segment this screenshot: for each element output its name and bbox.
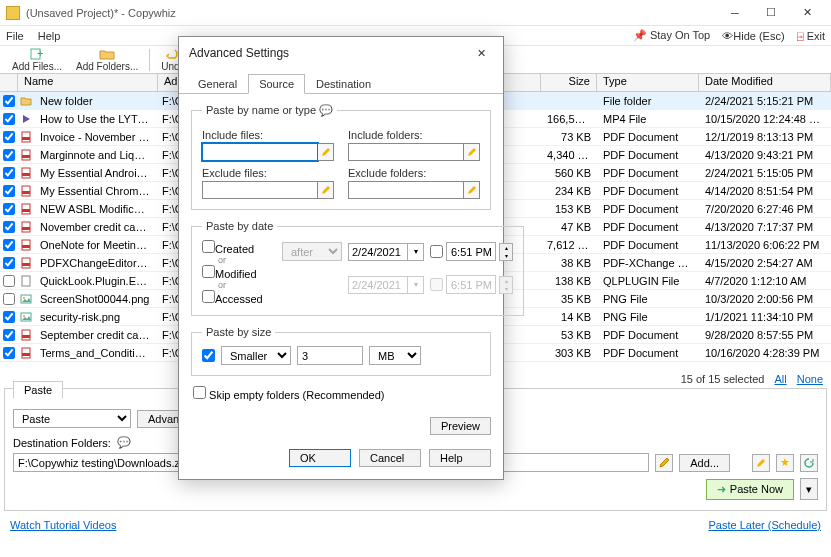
row-checkbox[interactable] (3, 113, 15, 125)
tutorial-link[interactable]: Watch Tutorial Videos (10, 519, 116, 531)
dialog-close-button[interactable]: ✕ (469, 43, 493, 63)
star-icon-button[interactable]: ★ (776, 454, 794, 472)
row-checkbox[interactable] (3, 293, 15, 305)
minimize-button[interactable]: ─ (717, 1, 753, 25)
header-type[interactable]: Type (597, 74, 699, 91)
time1-checkbox[interactable] (430, 245, 443, 258)
menu-help[interactable]: Help (38, 30, 61, 42)
tab-source[interactable]: Source (248, 74, 305, 94)
file-type: PDF Document (597, 221, 699, 233)
time1-input[interactable] (446, 242, 496, 261)
size-value-input[interactable] (297, 346, 363, 365)
schedule-link[interactable]: Paste Later (Schedule) (708, 519, 821, 531)
calendar-dropdown-icon[interactable]: ▾ (408, 276, 424, 294)
skip-empty-row[interactable]: Skip empty folders (Recommended) (193, 389, 385, 401)
eye-icon: 👁 (722, 30, 733, 42)
exclude-folders-input[interactable] (348, 181, 464, 199)
refresh-icon-button[interactable] (800, 454, 818, 472)
row-checkbox[interactable] (3, 221, 15, 233)
add-destination-button[interactable]: Add... (679, 454, 730, 472)
exclude-files-input[interactable] (202, 181, 318, 199)
file-size: 560 KB (541, 167, 597, 179)
include-folders-input[interactable] (348, 143, 464, 161)
exit-button[interactable]: ⍈ Exit (797, 30, 825, 42)
ok-button[interactable]: OK (289, 449, 351, 467)
edit-icon-button[interactable] (752, 454, 770, 472)
skip-empty-checkbox[interactable] (193, 386, 206, 399)
time2-checkbox[interactable] (430, 278, 443, 291)
accessed-checkbox[interactable] (202, 290, 215, 303)
row-checkbox[interactable] (3, 257, 15, 269)
add-files-button[interactable]: + Add Files... (6, 47, 68, 73)
header-date[interactable]: Date Modified (699, 74, 831, 91)
svg-text:+: + (37, 48, 43, 59)
tab-general[interactable]: General (187, 74, 248, 94)
header-size[interactable]: Size (541, 74, 597, 91)
file-type-icon (18, 94, 34, 108)
row-checkbox[interactable] (3, 167, 15, 179)
stay-on-top-button[interactable]: 📌 Stay On Top (633, 29, 710, 42)
file-size: 4,340 KB (541, 149, 597, 161)
help-button[interactable]: Help (429, 449, 491, 467)
pencil-icon[interactable] (318, 143, 334, 161)
header-check[interactable] (0, 74, 18, 91)
file-date: 4/7/2020 1:12:10 AM (699, 275, 831, 287)
hide-button[interactable]: 👁Hide (Esc) (722, 30, 784, 42)
cancel-button[interactable]: Cancel (359, 449, 421, 467)
paste-now-dropdown[interactable]: ▾ (800, 478, 818, 500)
file-size: 7,612 KB (541, 239, 597, 251)
calendar-dropdown-icon[interactable]: ▾ (408, 243, 424, 261)
paste-action-select[interactable]: Paste (13, 409, 131, 428)
date2-input[interactable] (348, 276, 408, 294)
file-name: September credit card bill... (34, 329, 156, 341)
pencil-icon[interactable] (318, 181, 334, 199)
date-relation-select[interactable]: after (282, 242, 342, 261)
file-type: PDF-XChange E... (597, 257, 699, 269)
dialog-preview-button[interactable]: Preview (430, 417, 491, 435)
row-checkbox[interactable] (3, 347, 15, 359)
row-checkbox[interactable] (3, 239, 15, 251)
file-type-icon (18, 238, 34, 252)
time2-input[interactable] (446, 275, 496, 294)
pencil-icon[interactable] (464, 143, 480, 161)
header-name[interactable]: Name (18, 74, 158, 91)
paste-tab[interactable]: Paste (13, 381, 63, 399)
menu-file[interactable]: File (6, 30, 24, 42)
created-checkbox[interactable] (202, 240, 215, 253)
exclude-files-label: Exclude files: (202, 167, 334, 179)
pin-icon: 📌 (633, 29, 647, 41)
tab-destination[interactable]: Destination (305, 74, 382, 94)
row-checkbox[interactable] (3, 149, 15, 161)
size-relation-select[interactable]: Smaller than (221, 346, 291, 365)
file-size: 38 KB (541, 257, 597, 269)
maximize-button[interactable]: ☐ (753, 1, 789, 25)
file-name: OneNote for Meetings.pdf (34, 239, 156, 251)
skip-empty-label: Skip empty folders (Recommended) (209, 389, 384, 401)
time-spinner[interactable]: ▴▾ (499, 243, 513, 261)
include-files-input[interactable] (202, 143, 318, 161)
file-type-icon (18, 328, 34, 342)
row-checkbox[interactable] (3, 203, 15, 215)
paste-by-name-group: Paste by name or type 💬 Include files: I… (191, 104, 491, 210)
file-type-icon (18, 184, 34, 198)
close-window-button[interactable]: ✕ (789, 1, 825, 25)
titlebar: (Unsaved Project)* - Copywhiz ─ ☐ ✕ (0, 0, 831, 26)
modified-checkbox[interactable] (202, 265, 215, 278)
add-folders-button[interactable]: Add Folders... (70, 47, 144, 73)
size-checkbox[interactable] (202, 349, 215, 362)
row-checkbox[interactable] (3, 95, 15, 107)
row-checkbox[interactable] (3, 185, 15, 197)
date1-input[interactable] (348, 243, 408, 261)
svg-rect-25 (22, 335, 30, 338)
pencil-icon[interactable] (464, 181, 480, 199)
row-checkbox[interactable] (3, 131, 15, 143)
paste-now-button[interactable]: ➜ Paste Now (706, 479, 794, 500)
row-checkbox[interactable] (3, 329, 15, 341)
file-date: 11/13/2020 6:06:22 PM (699, 239, 831, 251)
row-checkbox[interactable] (3, 311, 15, 323)
size-unit-select[interactable]: MB (369, 346, 421, 365)
edit-destination-icon[interactable] (655, 454, 673, 472)
time-spinner[interactable]: ▴▾ (499, 276, 513, 294)
row-checkbox[interactable] (3, 275, 15, 287)
file-name: QuickLook.Plugin.EpubVi... (34, 275, 156, 287)
